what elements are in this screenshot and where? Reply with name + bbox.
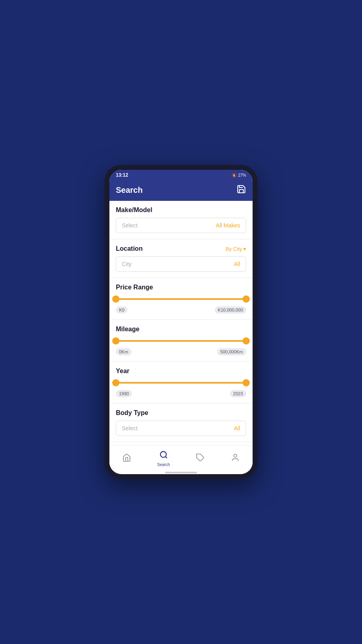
price-range-labels: K0 K10,000,000 bbox=[116, 306, 246, 314]
make-model-badge: All Makes bbox=[216, 222, 240, 229]
year-range-labels: 1990 2023 bbox=[116, 390, 246, 397]
status-right: 🔇 27% bbox=[232, 173, 246, 178]
status-battery: 27% bbox=[238, 173, 246, 178]
phone-frame: 13:12 🔇 27% Search Make/Model bbox=[105, 165, 257, 479]
mileage-slider-thumb-min[interactable] bbox=[112, 337, 119, 345]
make-model-placeholder: Select bbox=[122, 222, 138, 229]
year-title: Year bbox=[116, 367, 246, 375]
body-type-title: Body Type bbox=[116, 409, 246, 417]
price-max-label: K10,000,000 bbox=[215, 306, 246, 314]
save-icon[interactable] bbox=[237, 184, 246, 196]
mileage-min-label: 0Km bbox=[116, 348, 132, 355]
body-type-section: Body Type Select All bbox=[109, 404, 253, 442]
location-header: Location By City ▾ bbox=[116, 245, 246, 252]
mileage-slider-thumb-max[interactable] bbox=[243, 337, 250, 345]
city-input[interactable]: City All bbox=[116, 256, 246, 272]
location-type-selector[interactable]: By City ▾ bbox=[226, 246, 246, 252]
city-badge: All bbox=[234, 261, 240, 267]
tag-icon bbox=[196, 453, 205, 464]
year-max-label: 2023 bbox=[230, 390, 246, 397]
nav-item-profile[interactable] bbox=[224, 452, 246, 466]
profile-icon bbox=[231, 453, 240, 464]
year-section: Year 1990 2023 bbox=[109, 362, 253, 403]
color-section: Color Select All bbox=[109, 442, 253, 445]
year-slider[interactable] bbox=[116, 379, 246, 387]
location-title: Location bbox=[116, 245, 143, 252]
bottom-nav: Search bbox=[109, 445, 253, 470]
price-range-title: Price Range bbox=[116, 284, 246, 291]
nav-item-home[interactable] bbox=[116, 452, 138, 466]
svg-point-3 bbox=[234, 454, 237, 457]
app-header: Search bbox=[109, 180, 253, 201]
city-placeholder: City bbox=[122, 261, 132, 267]
header-title: Search bbox=[116, 186, 143, 195]
price-min-label: K0 bbox=[116, 306, 128, 314]
search-nav-label: Search bbox=[157, 462, 170, 467]
mileage-slider[interactable] bbox=[116, 337, 246, 345]
body-type-badge: All bbox=[234, 425, 240, 431]
make-model-input[interactable]: Select All Makes bbox=[116, 218, 246, 233]
year-min-label: 1990 bbox=[116, 390, 132, 397]
chevron-down-icon: ▾ bbox=[243, 246, 246, 252]
status-time: 13:12 bbox=[116, 172, 128, 178]
status-mute-icon: 🔇 bbox=[232, 173, 237, 178]
price-slider-thumb-max[interactable] bbox=[243, 295, 250, 303]
mileage-range-labels: 0Km 500,000Km bbox=[116, 348, 246, 355]
location-section: Location By City ▾ City All bbox=[109, 239, 253, 277]
main-content: Make/Model Select All Makes Location By … bbox=[109, 201, 253, 445]
mileage-slider-track bbox=[116, 340, 246, 342]
search-nav-icon bbox=[159, 450, 168, 462]
price-slider-thumb-min[interactable] bbox=[112, 295, 119, 303]
body-type-input[interactable]: Select All bbox=[116, 421, 246, 436]
mileage-title: Mileage bbox=[116, 326, 246, 333]
status-bar: 13:12 🔇 27% bbox=[109, 170, 253, 180]
make-model-section: Make/Model Select All Makes bbox=[109, 201, 253, 239]
year-slider-track bbox=[116, 382, 246, 384]
mileage-section: Mileage 0Km 500,000Km bbox=[109, 320, 253, 361]
body-type-placeholder: Select bbox=[122, 425, 138, 431]
mileage-max-label: 500,000Km bbox=[217, 348, 246, 355]
nav-item-search[interactable]: Search bbox=[151, 449, 177, 469]
make-model-title: Make/Model bbox=[116, 206, 246, 214]
home-icon bbox=[122, 453, 131, 464]
year-slider-thumb-max[interactable] bbox=[243, 379, 250, 386]
phone-screen: 13:12 🔇 27% Search Make/Model bbox=[109, 170, 253, 474]
home-indicator bbox=[165, 472, 197, 473]
nav-item-tag[interactable] bbox=[189, 452, 211, 466]
year-slider-thumb-min[interactable] bbox=[112, 379, 119, 386]
price-slider-track bbox=[116, 298, 246, 300]
svg-point-0 bbox=[160, 452, 166, 458]
price-range-slider[interactable] bbox=[116, 295, 246, 303]
price-range-section: Price Range K0 K10,000,000 bbox=[109, 278, 253, 319]
location-type-label: By City bbox=[226, 246, 242, 252]
svg-line-1 bbox=[165, 456, 167, 458]
